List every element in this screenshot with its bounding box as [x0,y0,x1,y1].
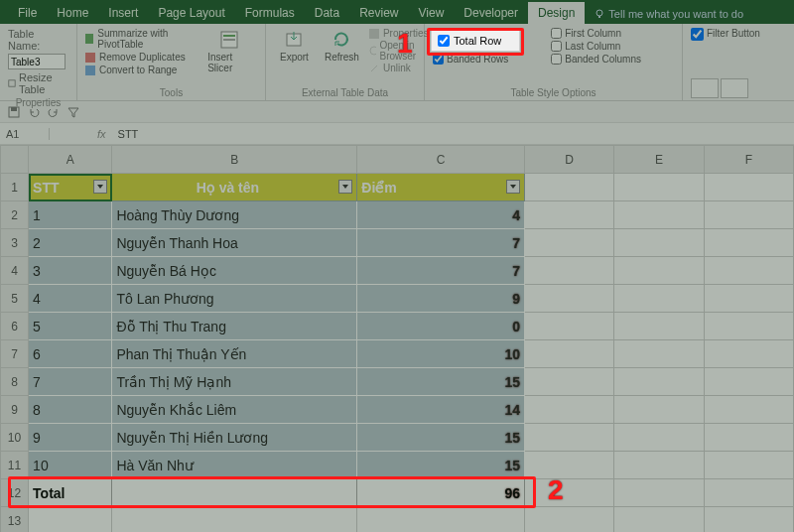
cell[interactable]: 7 [357,229,525,257]
row-header[interactable]: 5 [1,285,29,313]
cell[interactable]: Hà Văn Như [112,452,357,479]
tab-developer[interactable]: Developer [454,2,528,24]
tab-view[interactable]: View [409,2,455,24]
row-header[interactable]: 6 [1,313,29,340]
cell[interactable] [614,229,704,257]
cell[interactable] [524,479,613,507]
row-header[interactable]: 4 [1,257,29,285]
cell[interactable] [524,340,613,368]
remove-duplicates[interactable]: Remove Duplicates [85,52,186,63]
cell[interactable]: Phan Thị Thuận Yến [112,340,357,368]
redo-icon[interactable] [48,106,60,118]
cell[interactable] [704,201,793,229]
col-header-B[interactable]: B [112,146,357,174]
cell[interactable]: 3 [29,257,112,285]
cell[interactable] [704,368,793,396]
export-button[interactable]: Export [274,28,315,73]
cell[interactable] [29,507,112,533]
style-swatch[interactable] [691,78,719,98]
cell[interactable]: 4 [357,201,525,229]
tab-insert[interactable]: Insert [98,2,148,24]
cell[interactable] [524,368,613,396]
tab-design[interactable]: Design [528,2,585,24]
row-header[interactable]: 1 [1,174,29,201]
cell[interactable] [614,340,704,368]
cell[interactable] [614,174,704,201]
formula-value[interactable]: STT [114,128,143,140]
cell[interactable]: STT [29,174,112,201]
cell[interactable]: Nguyễn Thanh Hoa [112,229,357,257]
cell[interactable]: Tô Lan Phương [112,285,357,313]
filter-drop-icon[interactable] [93,180,107,194]
cell[interactable] [524,507,613,533]
style-swatch[interactable] [721,78,748,98]
cell[interactable] [704,396,793,424]
cell[interactable]: 8 [29,396,112,424]
col-header-D[interactable]: D [524,146,613,174]
cell[interactable]: 4 [29,285,112,313]
cell[interactable]: Điểm [357,174,525,201]
select-all-corner[interactable] [1,146,29,174]
cell[interactable] [614,201,704,229]
chk-banded-rows[interactable]: Banded Rows [433,54,541,65]
cell[interactable] [614,396,704,424]
cell[interactable] [614,452,704,479]
filter-drop-icon[interactable] [338,180,352,194]
cell[interactable]: 0 [357,313,525,340]
filter-icon[interactable] [67,106,79,118]
cell[interactable] [704,257,793,285]
highlight-total-row-checkbox[interactable]: Total Row [431,30,520,52]
chk-last-column[interactable]: Last Column [551,41,674,52]
unlink[interactable]: Unlink [369,63,429,73]
cell[interactable]: 15 [357,368,525,396]
worksheet[interactable]: A B C D E F 1 STT Họ và tên Điểm 21Hoàng… [0,145,794,532]
cell[interactable] [614,285,704,313]
cell[interactable] [704,313,793,340]
cell[interactable]: 10 [357,340,525,368]
col-header-A[interactable]: A [29,146,112,174]
refresh-button[interactable]: Refresh [319,28,365,73]
cell[interactable] [524,396,613,424]
chk-filter-button[interactable]: Filter Button [691,28,764,41]
row-header[interactable]: 9 [1,396,29,424]
ext-properties[interactable]: Properties [369,28,429,39]
cell[interactable]: Nguyễn Khắc Liêm [112,396,357,424]
cell[interactable] [524,452,613,479]
table-styles-gallery[interactable] [691,78,770,98]
cell[interactable] [704,229,793,257]
undo-icon[interactable] [28,106,40,118]
cell[interactable]: 7 [29,368,112,396]
row-header[interactable]: 8 [1,368,29,396]
cell[interactable] [614,479,704,507]
cell-total-label[interactable]: Total [29,479,112,507]
cell[interactable]: 15 [357,452,525,479]
cell-total-value[interactable]: 96 [357,479,525,507]
total-row-checkbox[interactable] [438,35,450,47]
cell[interactable] [704,174,793,201]
summarize-pivot[interactable]: Summarize with PivotTable [85,28,196,50]
cell[interactable] [614,257,704,285]
cell[interactable] [357,507,525,533]
tab-review[interactable]: Review [349,2,408,24]
cell[interactable]: Hoàng Thùy Dương [112,201,357,229]
row-header[interactable]: 13 [1,507,29,533]
tab-data[interactable]: Data [305,2,349,24]
cell[interactable] [524,424,613,452]
tab-file[interactable]: File [8,2,47,24]
cell[interactable] [614,368,704,396]
convert-range[interactable]: Convert to Range [85,65,177,75]
cell[interactable]: Trần Thị Mỹ Hạnh [112,368,357,396]
cell[interactable]: Họ và tên [112,174,357,201]
tab-home[interactable]: Home [47,2,98,24]
cell[interactable] [614,507,704,533]
cell[interactable] [614,424,704,452]
tab-formulas[interactable]: Formulas [235,2,305,24]
cell[interactable]: 2 [29,229,112,257]
resize-table[interactable]: Resize Table [8,71,68,95]
insert-slicer[interactable]: Insert Slicer [201,28,257,75]
table-name-input[interactable] [8,54,66,69]
cell[interactable] [524,285,613,313]
row-header[interactable]: 2 [1,201,29,229]
open-browser[interactable]: Open in Browser [369,40,429,62]
filter-drop-icon[interactable] [506,180,520,194]
